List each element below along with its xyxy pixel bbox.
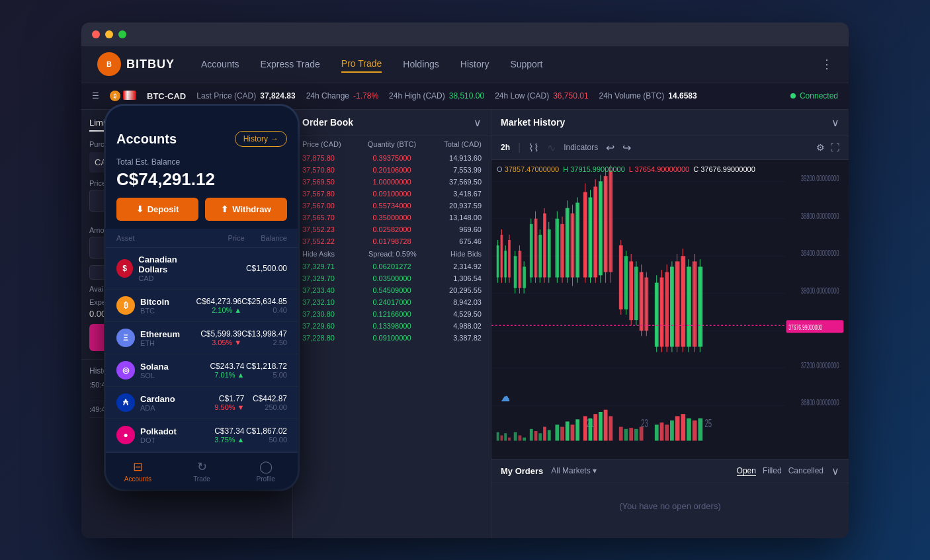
svg-rect-107 — [538, 433, 542, 440]
ask-row[interactable]: 37,569.501.0000000037,569.50 — [293, 176, 491, 188]
filled-orders-tab[interactable]: Filled — [763, 466, 782, 476]
svg-rect-127 — [660, 422, 664, 440]
ask-row[interactable]: 37,570.800.201060007,553.99 — [293, 164, 491, 176]
close-window-dot[interactable] — [92, 30, 100, 38]
trade-nav-icon: ↻ — [197, 460, 207, 474]
chart-redo-icon[interactable]: ↪ — [622, 141, 631, 154]
no-open-orders-message: (You have no open orders) — [491, 483, 849, 530]
svg-text:37676.99000000: 37676.99000000 — [788, 323, 822, 331]
chart-fullscreen-icon[interactable]: ⛶ — [830, 142, 839, 153]
svg-text:25: 25 — [704, 417, 712, 429]
my-orders-header: My Orders All Markets ▾ Open Filled Canc… — [491, 460, 849, 483]
mobile-nav-profile[interactable]: ◯ Profile — [233, 460, 298, 483]
svg-rect-100 — [504, 433, 507, 440]
asset-change: 3.05% ▼ — [200, 339, 241, 346]
ask-row[interactable]: 37,875.800.3937500014,913.60 — [293, 152, 491, 164]
chart-indicators-button[interactable]: Indicators — [564, 143, 598, 152]
asset-balance-qty: 2.50 — [241, 339, 287, 346]
ticker-24h-volume: 24h Volume (BTC) 14.6583 — [599, 91, 697, 100]
ticker-menu-icon[interactable]: ☰ — [92, 91, 99, 100]
ask-row[interactable]: 37,567.000.5573400020,937.59 — [293, 200, 491, 212]
cancelled-orders-tab[interactable]: Cancelled — [788, 466, 824, 476]
connection-status: Connected — [790, 91, 838, 100]
nav-holdings[interactable]: Holdings — [403, 56, 439, 72]
bid-row[interactable]: 37,229.600.133980004,988.02 — [293, 320, 491, 332]
ticker-24h-high: 24h High (CAD) 38,510.00 — [389, 91, 484, 100]
nav-pro-trade[interactable]: Pro Trade — [341, 56, 382, 73]
svg-rect-108 — [543, 426, 546, 440]
ask-row[interactable]: 37,552.220.01798728675.46 — [293, 235, 491, 247]
maximize-window-dot[interactable] — [118, 30, 126, 38]
svg-rect-115 — [583, 416, 587, 440]
mobile-deposit-button[interactable]: ⬇ Deposit — [116, 198, 198, 221]
chart-undo-icon[interactable]: ↩ — [606, 141, 614, 154]
bid-row[interactable]: 37,329.700.035000001,306.54 — [293, 272, 491, 284]
market-history-chevron-icon[interactable]: ∨ — [831, 116, 839, 129]
ticker-pair[interactable]: BTC-CAD — [147, 91, 186, 101]
bid-row[interactable]: 37,232.100.240170008,942.03 — [293, 296, 491, 308]
chart-type-icon[interactable]: ⌇⌇ — [528, 141, 539, 154]
asset-balance-fiat: C$1,500.00 — [245, 264, 288, 273]
asset-icon: ◎ — [116, 361, 135, 380]
svg-text:B: B — [106, 60, 112, 68]
svg-text:☁: ☁ — [501, 387, 510, 404]
mobile-history-button[interactable]: History → — [235, 131, 287, 147]
nav-more-icon[interactable]: ⋮ — [821, 57, 833, 71]
asset-icon: $ — [116, 259, 133, 278]
asset-balance-fiat: C$442.87 — [245, 394, 288, 403]
asset-item: ◎ Solana SOL C$243.74 7.01% ▲ C$1,218.72… — [106, 354, 298, 387]
nav-support[interactable]: Support — [510, 56, 542, 72]
svg-rect-84 — [675, 261, 680, 346]
svg-rect-98 — [497, 432, 499, 440]
open-orders-tab[interactable]: Open — [737, 466, 756, 476]
ask-row[interactable]: 37,552.230.02582000969.60 — [293, 223, 491, 235]
asset-price-col: C$5,599.39 3.05% ▼ — [200, 329, 241, 346]
mobile-nav-accounts[interactable]: ⊟ Accounts — [106, 460, 170, 483]
svg-text:38400.00000000: 38400.00000000 — [801, 248, 839, 258]
mobile-balance-label: Total Est. Balance — [116, 157, 287, 167]
hide-bids-button[interactable]: Hide Bids — [450, 250, 482, 258]
ask-row[interactable]: 37,565.700.3500000013,148.00 — [293, 212, 491, 223]
minimize-window-dot[interactable] — [105, 30, 113, 38]
tab-limit[interactable]: Limit — [89, 118, 107, 132]
asset-balance-col: C$13,998.47 2.50 — [241, 329, 287, 346]
ticker-24h-low: 24h Low (CAD) 36,750.01 — [495, 91, 588, 100]
trade-nav-label: Trade — [193, 475, 210, 483]
asset-balance-col: C$1,500.00 — [245, 264, 288, 273]
nav-history[interactable]: History — [460, 56, 489, 72]
bid-row[interactable]: 37,233.400.5450900020,295.55 — [293, 284, 491, 296]
mobile-navbar: ⊟ Accounts ↻ Trade ◯ Profile — [106, 452, 298, 489]
chart-settings-icon[interactable]: ⚙ — [816, 142, 825, 153]
nav-accounts[interactable]: Accounts — [201, 56, 239, 72]
asset-symbol: ADA — [140, 404, 175, 412]
hide-asks-button[interactable]: Hide Asks — [302, 250, 335, 258]
svg-rect-110 — [555, 424, 559, 440]
order-book-chevron-icon[interactable]: ∨ — [474, 116, 482, 129]
my-orders-chevron-icon[interactable]: ∨ — [831, 465, 839, 477]
chart-toolbar: 2h | ⌇⌇ ∿ Indicators ↩ ↪ ⚙ ⛶ — [491, 136, 849, 160]
ticker-last-price: Last Price (CAD) 37,824.83 — [196, 91, 295, 100]
mobile-nav-trade[interactable]: ↻ Trade — [170, 460, 234, 483]
all-markets-filter[interactable]: All Markets ▾ — [551, 466, 597, 475]
svg-rect-126 — [655, 424, 659, 440]
chart-timeframe[interactable]: 2h — [501, 143, 510, 152]
asset-price-col: C$1.77 9.50% ▼ — [202, 394, 245, 411]
mobile-withdraw-button[interactable]: ⬆ Withdraw — [205, 198, 287, 221]
bid-row[interactable]: 37,228.800.091000003,387.82 — [293, 332, 491, 344]
chart-area: O 37857.47000000 H 37915.99000000 L 3765… — [491, 160, 849, 459]
ask-row[interactable]: 37,567.800.091000003,418.67 — [293, 188, 491, 200]
asset-symbol: SOL — [140, 372, 169, 380]
bid-row[interactable]: 37,230.800.121660004,529.50 — [293, 308, 491, 320]
svg-rect-119 — [604, 409, 608, 440]
mobile-balance-section: Total Est. Balance C$74,291.12 ⬇ Deposit… — [106, 153, 298, 229]
asset-balance-qty: 5.00 — [245, 371, 288, 379]
nav-express-trade[interactable]: Express Trade — [261, 56, 320, 72]
ticker-24h-change: 24h Change -1.78% — [306, 91, 378, 100]
asset-icon: ₿ — [116, 296, 135, 315]
profile-nav-icon: ◯ — [259, 460, 273, 474]
mobile-app: Accounts History → Total Est. Balance C$… — [106, 106, 298, 489]
chart-actions: ⚙ ⛶ — [816, 142, 839, 153]
svg-rect-99 — [501, 435, 503, 440]
bid-row[interactable]: 37,329.710.062012722,314.92 — [293, 260, 491, 272]
my-orders-section: My Orders All Markets ▾ Open Filled Canc… — [491, 459, 849, 538]
